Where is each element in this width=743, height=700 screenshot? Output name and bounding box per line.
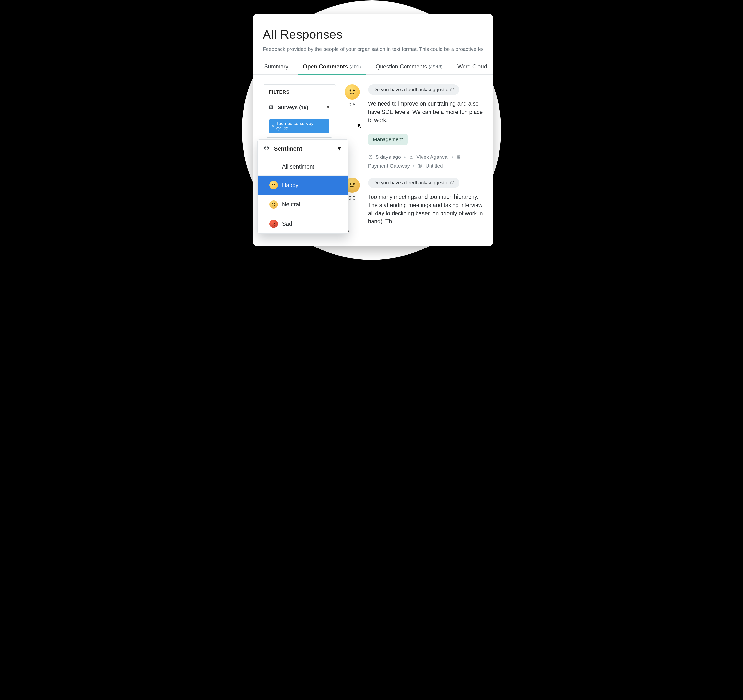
- meta-separator: •: [413, 163, 414, 169]
- sentiment-score: 0.8: [349, 102, 355, 108]
- tab-question-comments[interactable]: Question Comments (4948): [374, 59, 444, 74]
- chevron-down-icon: ▼: [336, 145, 342, 152]
- sentiment-face-icon: [345, 84, 360, 99]
- svg-point-29: [272, 223, 273, 224]
- svg-point-22: [264, 146, 269, 150]
- building-icon: [456, 155, 461, 159]
- response-text: Too many meetings and too much hierarchy…: [368, 193, 483, 226]
- meta-separator: •: [451, 154, 453, 160]
- svg-point-7: [410, 156, 411, 157]
- sentiment-option-sad[interactable]: Sad: [258, 214, 348, 233]
- meta-team: Payment Gateway: [368, 163, 410, 169]
- sentiment-score: 0.0: [349, 195, 355, 201]
- meta-extra: Untitled: [425, 163, 443, 169]
- tab-open-comments[interactable]: Open Comments (401): [302, 59, 363, 74]
- tab-count: (401): [349, 64, 361, 69]
- survey-chip[interactable]: × Tech pulse survey Q1'22: [269, 120, 329, 133]
- sentiment-option-neutral[interactable]: Neutral: [258, 195, 348, 214]
- response-tag[interactable]: Management: [368, 134, 408, 145]
- tab-count: (4948): [429, 64, 443, 69]
- chip-label: Tech pulse survey Q1'22: [276, 121, 327, 131]
- svg-point-14: [349, 183, 351, 185]
- neutral-face-icon: [269, 200, 278, 209]
- responses-list: 0.8 Do you have a feedback/suggestion? W…: [343, 84, 483, 230]
- svg-rect-12: [459, 157, 460, 158]
- clock-icon: [368, 155, 373, 159]
- svg-rect-2: [270, 107, 272, 108]
- svg-point-26: [274, 184, 275, 185]
- tabs-bar: Summary Open Comments (401) Question Com…: [253, 59, 493, 75]
- svg-point-30: [274, 223, 275, 224]
- svg-rect-3: [270, 108, 272, 109]
- person-icon: [409, 155, 414, 159]
- svg-point-23: [265, 147, 266, 148]
- sentiment-dropdown: Sentiment ▼ All sentiment Happy Neutral …: [258, 139, 348, 233]
- svg-rect-8: [457, 155, 460, 159]
- svg-rect-11: [458, 157, 458, 158]
- response-question: Do you have a feedback/suggestion?: [368, 84, 459, 95]
- response-question: Do you have a feedback/suggestion?: [368, 177, 459, 188]
- meta-time: 5 days ago: [376, 154, 401, 160]
- sentiment-option-all[interactable]: All sentiment: [258, 158, 348, 176]
- option-label: Happy: [282, 182, 298, 189]
- sentiment-dropdown-toggle[interactable]: Sentiment ▼: [258, 140, 348, 158]
- happy-face-icon: [269, 181, 278, 189]
- smile-icon: [263, 145, 269, 152]
- svg-point-4: [349, 90, 351, 92]
- filter-surveys-label: Surveys (16): [278, 105, 308, 110]
- page-title: All Responses: [263, 27, 483, 41]
- chevron-down-icon: ▼: [326, 105, 330, 109]
- svg-rect-1: [270, 106, 272, 107]
- svg-point-27: [272, 204, 273, 204]
- option-label: All sentiment: [282, 163, 314, 170]
- svg-point-15: [353, 183, 354, 185]
- response-item: 0.0 Do you have a feedback/suggestion? T…: [343, 177, 483, 226]
- tab-word-cloud[interactable]: Word Cloud: [456, 59, 488, 74]
- response-text: We need to improve on our training and a…: [368, 100, 483, 124]
- tab-label: Summary: [264, 64, 288, 70]
- sentiment-option-happy[interactable]: Happy: [258, 176, 348, 195]
- svg-point-25: [272, 184, 273, 185]
- sentiment-header-label: Sentiment: [274, 145, 302, 152]
- tab-label: Open Comments: [303, 64, 348, 70]
- svg-point-5: [353, 90, 354, 92]
- tab-summary[interactable]: Summary: [263, 59, 290, 74]
- tab-label: Question Comments: [376, 64, 427, 70]
- response-item: 0.8 Do you have a feedback/suggestion? W…: [343, 84, 483, 169]
- page-subtitle: Feedback provided by the people of your …: [263, 46, 483, 53]
- meta-separator: •: [404, 154, 406, 160]
- tab-label: Word Cloud: [457, 64, 487, 70]
- angry-face-icon: [269, 220, 278, 228]
- option-label: Sad: [282, 221, 292, 227]
- meta-person: Vivek Agarwal: [416, 154, 449, 160]
- filters-header: FILTERS: [263, 85, 336, 100]
- svg-rect-9: [458, 156, 458, 157]
- svg-point-28: [274, 204, 275, 204]
- option-label: Neutral: [282, 201, 300, 208]
- survey-chip-box[interactable]: × Tech pulse survey Q1'22: [266, 117, 332, 138]
- svg-point-24: [267, 147, 268, 148]
- filter-surveys[interactable]: Surveys (16) ▼: [263, 100, 336, 115]
- chip-remove-icon[interactable]: ×: [272, 124, 275, 129]
- svg-rect-10: [459, 156, 460, 157]
- response-meta: 5 days ago • Vivek Agarwal • Payment Gat…: [368, 154, 483, 169]
- globe-icon: [417, 163, 422, 168]
- survey-icon: [268, 105, 274, 110]
